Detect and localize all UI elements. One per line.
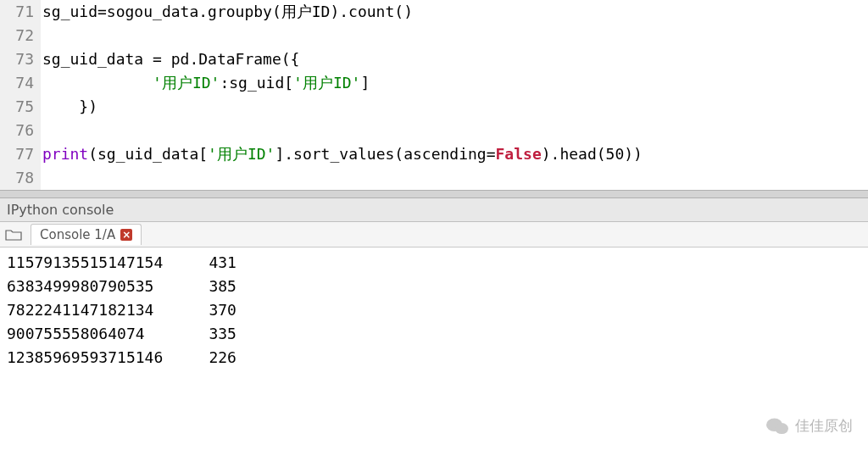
code-line[interactable]: 71 sg_uid=sogou_data.groupby(用户ID).count…: [0, 0, 868, 24]
line-number: 72: [0, 24, 41, 47]
line-number: 75: [0, 95, 41, 119]
line-number: 73: [0, 47, 41, 71]
code-content: print(sg_uid_data['用户ID'].sort_values(as…: [41, 142, 643, 166]
pane-divider[interactable]: [0, 190, 868, 198]
watermark: 佳佳原创: [766, 416, 853, 436]
code-line[interactable]: 74 '用户ID':sg_uid['用户ID']: [0, 71, 868, 95]
line-number: 77: [0, 142, 41, 166]
console-title-bar: IPython console: [0, 198, 868, 222]
line-number: 71: [0, 0, 41, 24]
code-line[interactable]: 72: [0, 24, 868, 47]
line-number: 74: [0, 71, 41, 95]
code-line[interactable]: 77 print(sg_uid_data['用户ID'].sort_values…: [0, 142, 868, 166]
code-content: sg_uid_data = pd.DataFrame({: [41, 47, 299, 71]
console-tab-bar: Console 1/A: [0, 222, 868, 247]
output-line: 12385969593715146 226: [7, 346, 861, 370]
watermark-text: 佳佳原创: [795, 416, 853, 436]
code-line[interactable]: 75 }): [0, 95, 868, 119]
line-number: 78: [0, 166, 41, 190]
console-output[interactable]: 11579135515147154 431 6383499980790535 3…: [0, 247, 868, 373]
code-content: }): [41, 95, 97, 119]
console-tab[interactable]: Console 1/A: [31, 224, 142, 245]
close-icon[interactable]: [120, 229, 132, 241]
code-content: sg_uid=sogou_data.groupby(用户ID).count(): [41, 0, 413, 24]
output-line: 6383499980790535 385: [7, 275, 861, 298]
wechat-icon: [766, 417, 788, 436]
console-tab-label: Console 1/A: [40, 227, 115, 242]
code-content: '用户ID':sg_uid['用户ID']: [41, 71, 370, 95]
output-line: 11579135515147154 431: [7, 251, 861, 275]
output-line: 900755558064074 335: [7, 322, 861, 346]
browse-icon[interactable]: [5, 229, 22, 241]
code-line[interactable]: 78: [0, 166, 868, 190]
console-title: IPython console: [7, 202, 114, 218]
svg-point-1: [775, 423, 788, 434]
code-line[interactable]: 73 sg_uid_data = pd.DataFrame({: [0, 47, 868, 71]
line-number: 76: [0, 119, 41, 142]
output-line: 7822241147182134 370: [7, 298, 861, 322]
code-editor[interactable]: 71 sg_uid=sogou_data.groupby(用户ID).count…: [0, 0, 868, 190]
code-line[interactable]: 76: [0, 119, 868, 142]
